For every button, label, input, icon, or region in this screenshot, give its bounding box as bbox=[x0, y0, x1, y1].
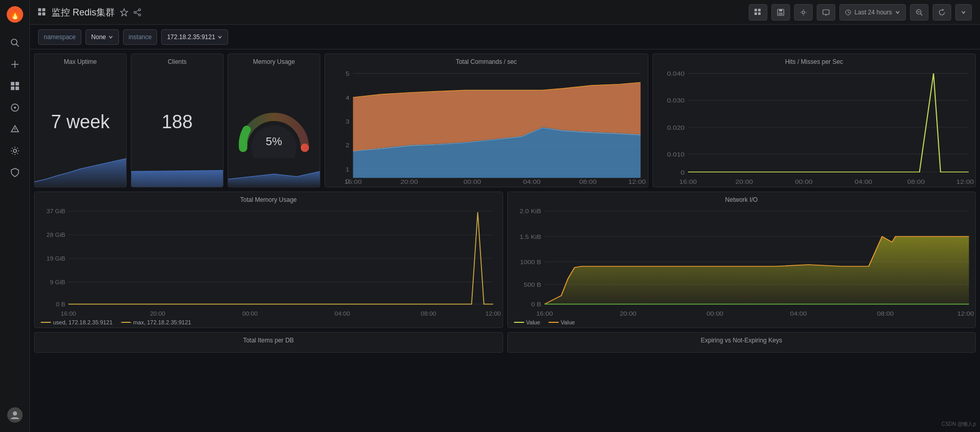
svg-text:12:00: 12:00 bbox=[957, 310, 974, 317]
svg-text:16:00: 16:00 bbox=[344, 179, 362, 185]
svg-text:08:00: 08:00 bbox=[877, 310, 894, 317]
namespace-label: namespace bbox=[38, 29, 81, 45]
share-icon[interactable] bbox=[133, 8, 142, 16]
row-3: Total Items per DB Expiring vs Not-Expir… bbox=[34, 332, 976, 353]
zoom-out-btn[interactable] bbox=[910, 4, 929, 21]
dashboards-icon[interactable] bbox=[6, 77, 24, 95]
legend-value2-label: Value bbox=[561, 319, 575, 325]
panel-memory-usage: Memory Usage bbox=[228, 54, 320, 187]
svg-text:20:00: 20:00 bbox=[150, 310, 165, 316]
panel-clients: Clients 188 bbox=[131, 54, 223, 187]
topbar: 监控 Redis集群 Last 24 hours bbox=[30, 0, 980, 25]
row-1: Max Uptime 7 week bbox=[34, 54, 976, 187]
gauge-container: 5% bbox=[228, 67, 320, 187]
svg-text:16:00: 16:00 bbox=[61, 310, 76, 316]
svg-text:04:00: 04:00 bbox=[790, 310, 807, 317]
instance-label: instance bbox=[123, 29, 158, 45]
namespace-select[interactable]: None bbox=[85, 29, 119, 45]
panel-network-io-title: Network I/O bbox=[508, 192, 976, 205]
svg-text:04:00: 04:00 bbox=[335, 310, 350, 316]
svg-line-24 bbox=[136, 10, 139, 12]
svg-marker-43 bbox=[131, 170, 223, 187]
panel-view-btn[interactable] bbox=[749, 4, 767, 21]
refresh-btn[interactable] bbox=[933, 4, 951, 21]
panel-max-uptime-title: Max Uptime bbox=[35, 54, 126, 67]
time-range-selector[interactable]: Last 24 hours bbox=[839, 4, 906, 21]
legend-value2-line bbox=[548, 322, 559, 323]
svg-text:0.040: 0.040 bbox=[667, 71, 684, 77]
svg-point-21 bbox=[139, 9, 141, 11]
total-memory-svg: 37 GiB 28 GiB 19 GiB 9 GiB 0 B 16:00 20:… bbox=[35, 205, 503, 318]
svg-point-13 bbox=[14, 130, 15, 131]
topbar-actions: Last 24 hours bbox=[749, 4, 972, 21]
svg-point-14 bbox=[13, 149, 16, 152]
svg-text:0.030: 0.030 bbox=[667, 97, 684, 104]
svg-text:16:00: 16:00 bbox=[679, 179, 697, 185]
legend-max-label: max, 172.18.2.35:9121 bbox=[133, 319, 192, 325]
alert-icon[interactable] bbox=[6, 120, 24, 139]
panel-expiring-keys-title: Expiring vs Not-Expiring Keys bbox=[508, 333, 976, 346]
panel-total-memory-title: Total Memory Usage bbox=[35, 192, 503, 205]
svg-rect-19 bbox=[42, 12, 45, 15]
legend-max: max, 172.18.2.35:9121 bbox=[121, 319, 192, 325]
chevron-down-icon-2 bbox=[961, 10, 966, 15]
explore-icon[interactable] bbox=[6, 98, 24, 117]
tv-mode-btn[interactable] bbox=[817, 4, 835, 21]
more-btn[interactable] bbox=[955, 4, 972, 21]
svg-line-40 bbox=[920, 13, 922, 15]
svg-point-23 bbox=[139, 14, 141, 16]
svg-text:5%: 5% bbox=[266, 135, 282, 148]
svg-text:12:00: 12:00 bbox=[956, 179, 974, 185]
svg-point-33 bbox=[802, 11, 805, 13]
watermark: CSDN @懒人p bbox=[941, 421, 976, 428]
svg-point-15 bbox=[13, 411, 17, 416]
plus-icon[interactable] bbox=[6, 55, 24, 74]
config-icon[interactable] bbox=[6, 142, 24, 160]
svg-text:20:00: 20:00 bbox=[620, 310, 637, 317]
svg-marker-42 bbox=[35, 159, 126, 187]
legend-used-label: used, 172.18.2.35:9121 bbox=[53, 319, 113, 325]
panel-hits-misses-title: Hits / Misses per Sec bbox=[653, 54, 976, 67]
panel-memory-gauge-content: 5% bbox=[228, 67, 320, 187]
main-content: Max Uptime 7 week bbox=[30, 49, 980, 432]
panel-total-items: Total Items per DB bbox=[34, 332, 503, 353]
svg-rect-18 bbox=[38, 12, 41, 15]
svg-rect-31 bbox=[779, 9, 782, 11]
panel-clients-title: Clients bbox=[131, 54, 223, 67]
hits-misses-svg: 0.040 0.030 0.020 0.010 0 16:00 20:00 00… bbox=[653, 67, 976, 187]
instance-select[interactable]: 172.18.2.35:9121 bbox=[161, 29, 228, 45]
svg-text:0.020: 0.020 bbox=[667, 125, 684, 131]
svg-text:3: 3 bbox=[346, 118, 350, 125]
sidebar: 🔥 bbox=[0, 0, 30, 432]
panel-clients-content: 188 bbox=[131, 67, 223, 187]
panel-max-uptime-content: 7 week bbox=[35, 67, 126, 187]
panel-memory-usage-title: Memory Usage bbox=[228, 54, 320, 67]
legend-used: used, 172.18.2.35:9121 bbox=[41, 319, 113, 325]
search-icon[interactable] bbox=[6, 33, 24, 52]
svg-text:00:00: 00:00 bbox=[707, 310, 724, 317]
svg-text:04:00: 04:00 bbox=[854, 179, 872, 185]
svg-point-22 bbox=[134, 11, 136, 13]
svg-text:2: 2 bbox=[346, 142, 350, 149]
max-uptime-value: 7 week bbox=[51, 111, 110, 133]
save-btn[interactable] bbox=[771, 4, 790, 21]
settings-btn[interactable] bbox=[794, 4, 813, 21]
svg-text:0 B: 0 B bbox=[531, 301, 541, 308]
clients-value: 188 bbox=[162, 111, 193, 133]
panel-total-items-title: Total Items per DB bbox=[35, 333, 503, 346]
legend-value1-label: Value bbox=[526, 319, 540, 325]
shield-icon[interactable] bbox=[6, 163, 24, 182]
svg-text:16:00: 16:00 bbox=[536, 310, 553, 317]
svg-text:0 B: 0 B bbox=[56, 301, 65, 307]
panel-network-io-chart: 2.0 KiB 1.5 KiB 1000 B 500 B 0 B 16:00 2… bbox=[508, 205, 976, 318]
svg-text:9 GiB: 9 GiB bbox=[50, 280, 65, 285]
svg-rect-34 bbox=[823, 10, 829, 14]
user-avatar[interactable] bbox=[7, 407, 23, 423]
memory-sparkline bbox=[228, 161, 320, 187]
network-io-legend: Value Value bbox=[508, 318, 976, 327]
app-logo[interactable]: 🔥 bbox=[6, 5, 24, 24]
star-icon[interactable] bbox=[120, 8, 128, 16]
gauge-svg: 5% bbox=[233, 96, 315, 158]
svg-text:5: 5 bbox=[346, 71, 350, 77]
svg-rect-7 bbox=[15, 82, 19, 85]
